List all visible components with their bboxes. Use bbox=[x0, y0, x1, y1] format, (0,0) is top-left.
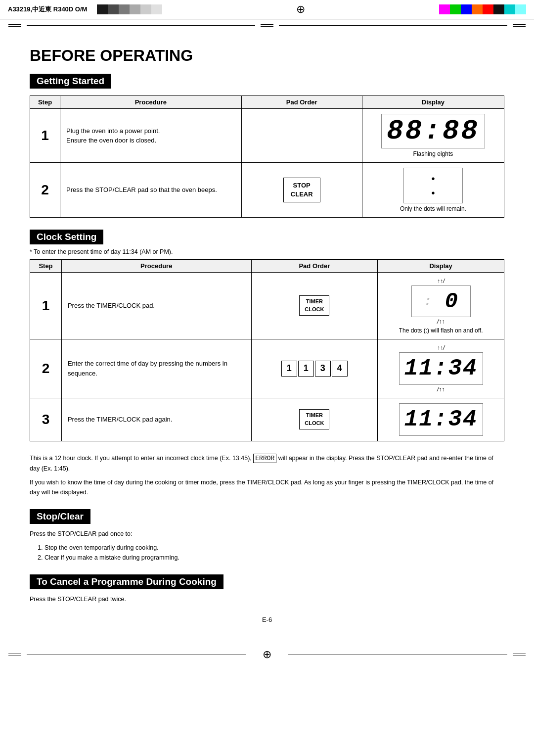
stop-clear-button[interactable]: STOP CLEAR bbox=[283, 178, 320, 202]
color-strip-left bbox=[97, 4, 162, 14]
display-cell: ↑↑/ 11:34 /↑↑ bbox=[378, 339, 504, 398]
pad-order-cell: STOP CLEAR bbox=[241, 163, 362, 218]
col-display: Display bbox=[378, 259, 504, 272]
clock-display-1134-final: 11:34 bbox=[404, 407, 478, 432]
stop-clear-intro: Press the STOP/CLEAR pad once to: bbox=[30, 529, 504, 539]
num-1a[interactable]: 1 bbox=[281, 361, 297, 377]
clock-setting-section: Clock Setting * To enter the present tim… bbox=[30, 230, 504, 441]
display-caption: Only the dots will remain. bbox=[368, 205, 498, 212]
num-4[interactable]: 4 bbox=[332, 361, 348, 377]
col-pad-order: Pad Order bbox=[251, 259, 378, 272]
cancel-programme-text: Press the STOP/CLEAR pad twice. bbox=[30, 594, 504, 604]
clock-display-1134-top: 11:34 bbox=[404, 356, 478, 381]
arrow-bottom-indicator: /↑↑ bbox=[437, 318, 445, 325]
col-pad-order: Pad Order bbox=[241, 96, 362, 109]
table-row: 2 Enter the correct time of day by press… bbox=[30, 339, 504, 398]
pad-order-cell: TIMER CLOCK bbox=[251, 398, 378, 441]
col-procedure: Procedure bbox=[60, 96, 241, 109]
step-number: 2 bbox=[30, 163, 60, 218]
step-number: 3 bbox=[30, 398, 62, 441]
display-cell: ↑↑/ : 0 /↑↑ The dots (:) will flash on a… bbox=[378, 272, 504, 339]
step-number: 2 bbox=[30, 339, 62, 398]
document-title: A33219,中近東 R340D O/M bbox=[8, 5, 87, 14]
stop-clear-item-2: 2. Clear if you make a mistake during pr… bbox=[38, 553, 504, 563]
table-row: 1 Press the TIMER/CLOCK pad. TIMER CLOCK… bbox=[30, 272, 504, 339]
clock-subtitle: * To enter the present time of day 11:34… bbox=[30, 248, 504, 255]
col-display: Display bbox=[362, 96, 504, 109]
display-cell: 88:88 Flashing eights bbox=[362, 109, 504, 163]
display-cell: • • Only the dots will remain. bbox=[362, 163, 504, 218]
stop-clear-item-1: 1. Stop the oven temporarily during cook… bbox=[38, 543, 504, 553]
clock-setting-header: Clock Setting bbox=[30, 230, 103, 244]
note-paragraph-2: If you wish to know the time of day duri… bbox=[30, 477, 504, 497]
timer-clock-button-2[interactable]: TIMER CLOCK bbox=[299, 409, 329, 429]
table-row: 1 Plug the oven into a power point. Ensu… bbox=[30, 109, 504, 163]
cancel-programme-section: To Cancel a Programme During Cooking Pre… bbox=[30, 574, 504, 604]
pad-order-cell: TIMER CLOCK bbox=[251, 272, 378, 339]
pad-order-cell bbox=[241, 109, 362, 163]
notes-section: This is a 12 hour clock. If you attempt … bbox=[30, 453, 504, 498]
arrow-top-indicator: ↑↑/ bbox=[437, 278, 445, 284]
eights-display: 88:88 bbox=[387, 115, 480, 147]
number-pads: 1 1 3 4 bbox=[258, 361, 372, 377]
col-step: Step bbox=[30, 259, 62, 272]
pad-order-cell: 1 1 3 4 bbox=[251, 339, 378, 398]
error-display: ERROR bbox=[253, 454, 276, 463]
dots-display: • • bbox=[409, 171, 457, 200]
table-row: 2 Press the STOP/CLEAR pad so that the o… bbox=[30, 163, 504, 218]
page-title: BEFORE OPERATING bbox=[30, 47, 504, 65]
col-procedure: Procedure bbox=[61, 259, 251, 272]
bottom-center-crosshair: ⊕ bbox=[263, 648, 271, 661]
procedure-text: Press the TIMER/CLOCK pad. bbox=[61, 272, 251, 339]
procedure-text: Press the STOP/CLEAR pad so that the ove… bbox=[60, 163, 241, 218]
num-3[interactable]: 3 bbox=[315, 361, 331, 377]
col-step: Step bbox=[30, 96, 60, 109]
table-row: 3 Press the TIMER/CLOCK pad again. TIMER… bbox=[30, 398, 504, 441]
top-center-crosshair: ⊕ bbox=[296, 3, 305, 16]
num-1b[interactable]: 1 bbox=[298, 361, 314, 377]
procedure-text: Press the TIMER/CLOCK pad again. bbox=[61, 398, 251, 441]
display-caption: Flashing eights bbox=[368, 150, 498, 157]
arrow-bottom-indicator2: /↑↑ bbox=[437, 386, 445, 393]
procedure-text: Enter the correct time of day by pressin… bbox=[61, 339, 251, 398]
stop-clear-header: Stop/Clear bbox=[30, 509, 90, 524]
page-number: E-6 bbox=[30, 616, 504, 623]
clock-setting-table: Step Procedure Pad Order Display 1 Press… bbox=[30, 259, 504, 441]
stop-clear-section: Stop/Clear Press the STOP/CLEAR pad once… bbox=[30, 509, 504, 563]
getting-started-section: Getting Started Step Procedure Pad Order… bbox=[30, 74, 504, 218]
note-paragraph-1: This is a 12 hour clock. If you attempt … bbox=[30, 453, 504, 474]
cancel-programme-header: To Cancel a Programme During Cooking bbox=[30, 574, 223, 589]
getting-started-header: Getting Started bbox=[30, 74, 111, 89]
display-caption: The dots (:) will flash on and off. bbox=[384, 327, 498, 334]
color-strip-right bbox=[439, 4, 526, 14]
timer-clock-button[interactable]: TIMER CLOCK bbox=[299, 295, 329, 316]
procedure-text: Plug the oven into a power point. Ensure… bbox=[60, 109, 241, 163]
step-number: 1 bbox=[30, 272, 62, 339]
step-number: 1 bbox=[30, 109, 60, 163]
arrow-top-indicator2: ↑↑/ bbox=[437, 344, 445, 351]
getting-started-table: Step Procedure Pad Order Display 1 Plug … bbox=[30, 95, 504, 218]
display-cell: 11:34 bbox=[378, 398, 504, 441]
clock-display-0: : 0 bbox=[424, 289, 457, 314]
